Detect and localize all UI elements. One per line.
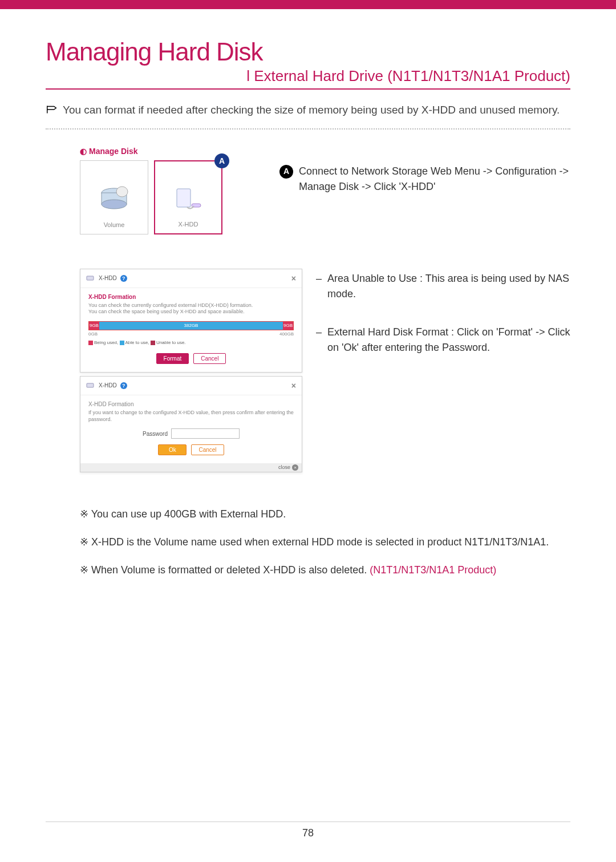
bullet-icon: ◐ — [80, 147, 87, 156]
page-content: Managing Hard Disk l External Hard Drive… — [0, 9, 616, 862]
note-3-prefix: ※ When Volume is formatted or deleted X-… — [80, 564, 370, 576]
svg-point-2 — [102, 200, 127, 209]
dialog1-body: X-HDD Formation You can check the curren… — [80, 288, 302, 372]
xhdd-formation-dialog: X-HDD ? × X-HDD Formation You can check … — [80, 269, 302, 373]
dialog-area: X-HDD ? × X-HDD Formation You can check … — [46, 269, 570, 473]
svg-rect-6 — [87, 276, 94, 280]
scale-max: 400GB — [279, 331, 294, 337]
dialog1-title: X-HDD — [99, 275, 117, 281]
bar-segment-able: 382GB — [99, 322, 283, 330]
dialog2-buttons: Ok Cancel — [88, 444, 294, 455]
xhdd-card[interactable]: A X-HDD — [154, 160, 222, 234]
dash-icon: – — [314, 271, 322, 302]
svg-point-3 — [116, 187, 128, 197]
page-number: 78 — [0, 827, 616, 839]
dialog1-section-title: X-HDD Formation — [88, 294, 294, 300]
area-unable-text: Area Unable to Use : This area is being … — [327, 271, 570, 302]
password-input[interactable] — [171, 428, 240, 439]
legend-square-used-icon — [88, 341, 93, 345]
format-instruction-text: External Hard Disk Format : Click on 'Fo… — [327, 325, 570, 355]
step-a-circle-icon: A — [279, 165, 293, 179]
manage-disk-label: Manage Disk — [89, 147, 138, 156]
note-1: ※ You can use up 400GB with External HDD… — [80, 507, 570, 522]
legend-able: Able to use, — [125, 340, 149, 345]
volume-icon — [97, 186, 131, 216]
step-a-text: Connect to Network Storage Web Menu -> C… — [299, 164, 570, 195]
close-label[interactable]: close — [278, 464, 290, 470]
legend-unable: Unable to use. — [156, 340, 186, 345]
note-3: ※ When Volume is formatted or deleted X-… — [80, 562, 570, 578]
close-circle-icon[interactable]: × — [292, 464, 298, 471]
cancel-button[interactable]: Cancel — [193, 353, 226, 364]
bar-segment-unable: 9GB — [283, 322, 293, 330]
manage-disk-heading: ◐Manage Disk — [80, 147, 262, 156]
dialog2-header: X-HDD ? × — [80, 377, 302, 395]
dialog2-title: X-HDD — [99, 382, 117, 388]
dialog1-buttons: Format Cancel — [88, 353, 294, 364]
volume-card[interactable]: Volume — [80, 160, 148, 234]
xhdd-card-label: X-HDD — [179, 221, 198, 228]
page-title: Managing Hard Disk — [46, 38, 570, 66]
step-a-instruction: A Connect to Network Storage Web Menu ->… — [279, 164, 570, 195]
step-a-badge: A — [214, 153, 229, 168]
help-icon[interactable]: ? — [120, 382, 127, 389]
hdd-icon — [86, 274, 95, 282]
bar-segment-used: 9GB — [89, 322, 99, 330]
svg-rect-4 — [177, 189, 191, 207]
title-block: Managing Hard Disk l External Hard Drive… — [46, 38, 570, 90]
manage-disk-cards: Volume A X-HDD — [80, 160, 262, 234]
top-accent-bar — [0, 0, 616, 9]
dash-icon: – — [314, 325, 322, 355]
page-subtitle: l External Hard Drive (N1T1/N1T3/N1A1 Pr… — [246, 67, 570, 84]
dialog-stack: X-HDD ? × X-HDD Formation You can check … — [80, 269, 302, 473]
figure-row: ◐Manage Disk Volume A X-HDD — [46, 147, 570, 234]
instruction-column: A Connect to Network Storage Web Menu ->… — [279, 147, 570, 234]
format-button[interactable]: Format — [156, 353, 189, 364]
dialog2-body: X-HDD Formation If you want to change to… — [80, 395, 302, 463]
ok-button[interactable]: Ok — [158, 444, 187, 455]
manage-disk-figure: ◐Manage Disk Volume A X-HDD — [80, 147, 262, 234]
format-instruction: – External Hard Disk Format : Click on '… — [314, 325, 570, 355]
usage-legend: Being used, Able to use, Unable to use. — [88, 340, 294, 345]
intro-paragraph: You can format if needed after checking … — [46, 102, 570, 118]
dialog1-header: X-HDD ? × — [80, 269, 302, 288]
help-icon[interactable]: ? — [120, 275, 127, 282]
xhdd-password-dialog: X-HDD ? × X-HDD Formation If you want to… — [80, 376, 302, 472]
pointing-hand-icon — [46, 103, 58, 116]
close-icon[interactable]: × — [291, 274, 296, 283]
close-icon[interactable]: × — [291, 381, 296, 390]
password-label: Password — [143, 431, 168, 437]
scale-min: 0GB — [88, 331, 98, 337]
intro-text: You can format if needed after checking … — [63, 102, 560, 118]
note-3-highlight: (N1T1/N1T3/N1A1 Product) — [370, 564, 496, 576]
dotted-separator — [46, 128, 570, 129]
footnotes: ※ You can use up 400GB with External HDD… — [46, 507, 570, 578]
subtitle-row: l External Hard Drive (N1T1/N1T3/N1A1 Pr… — [46, 67, 570, 90]
note-2: ※ X-HDD is the Volume name used when ext… — [80, 535, 570, 550]
svg-rect-7 — [87, 383, 94, 387]
area-unable-info: – Area Unable to Use : This area is bein… — [314, 271, 570, 302]
xhdd-icon — [171, 185, 205, 215]
legend-square-unable-icon — [151, 341, 155, 345]
right-info-column: – Area Unable to Use : This area is bein… — [314, 269, 570, 473]
legend-used: Being used, — [94, 340, 118, 345]
dialog2-footer: close× — [80, 463, 302, 472]
hdd-icon — [86, 382, 95, 390]
cancel-button[interactable]: Cancel — [191, 444, 224, 455]
password-row: Password — [88, 428, 294, 439]
usage-scale: 0GB 400GB — [88, 331, 294, 337]
legend-square-able-icon — [120, 341, 124, 345]
usage-bar: 9GB 382GB 9GB — [88, 321, 294, 330]
dialog2-description: If you want to change to the configured … — [88, 410, 294, 423]
volume-card-label: Volume — [104, 221, 125, 228]
footer-rule — [46, 821, 570, 822]
dialog2-section-title: X-HDD Formation — [88, 401, 294, 407]
dialog1-description: You can check the currently configured e… — [88, 302, 294, 315]
